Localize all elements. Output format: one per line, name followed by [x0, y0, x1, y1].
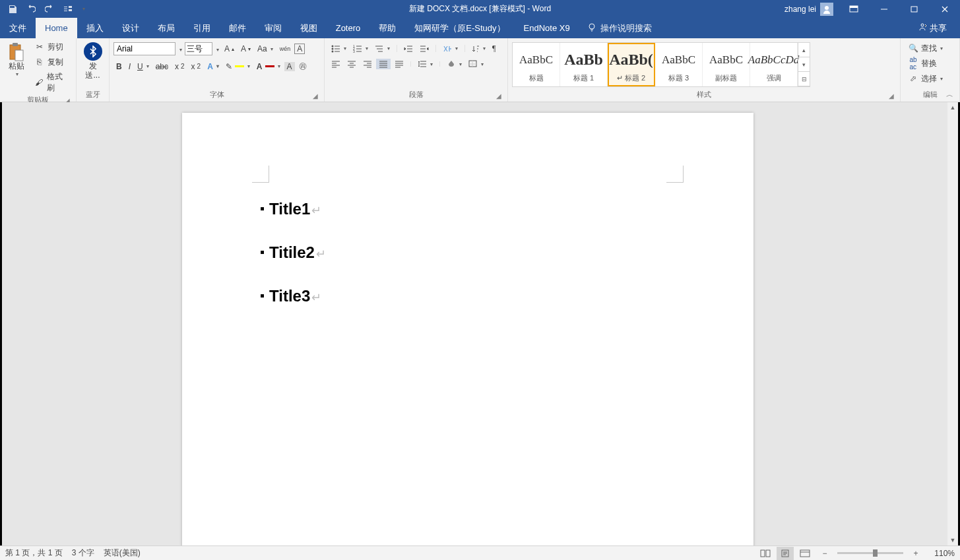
multilevel-list-button[interactable]	[372, 44, 393, 54]
shrink-font-button[interactable]: A▾	[238, 43, 253, 55]
tab-references[interactable]: 引用	[184, 18, 220, 38]
tab-help[interactable]: 帮助	[369, 18, 405, 38]
account-name[interactable]: zhang lei	[779, 3, 839, 16]
font-size-dropdown[interactable]	[214, 44, 220, 53]
zoom-in-button[interactable]: +	[907, 547, 924, 560]
tab-design[interactable]: 设计	[113, 18, 148, 38]
style-强调[interactable]: AaBbCcDd强调	[750, 43, 798, 86]
align-right-button[interactable]	[360, 59, 375, 69]
style-标题[interactable]: AaBbC标题	[513, 43, 560, 86]
web-layout-button[interactable]	[796, 547, 814, 560]
text-effects-button[interactable]: A	[205, 61, 222, 73]
font-color-button[interactable]: A	[254, 61, 283, 73]
page-indicator[interactable]: 第 1 页，共 1 页	[5, 547, 63, 559]
save-icon[interactable]	[4, 1, 21, 18]
tab-view[interactable]: 视图	[291, 18, 327, 38]
redo-icon[interactable]	[41, 1, 58, 18]
zoom-level[interactable]: 110%	[928, 549, 955, 558]
gallery-scroll[interactable]: ▾	[798, 57, 810, 72]
read-mode-button[interactable]	[757, 547, 774, 560]
align-left-button[interactable]	[329, 59, 343, 69]
scroll-up-button[interactable]: ▲	[947, 102, 958, 113]
show-marks-button[interactable]: ¶	[490, 42, 498, 55]
bold-button[interactable]: B	[113, 61, 125, 73]
char-shading-button[interactable]: A	[284, 62, 295, 71]
page[interactable]: ▪Title1↵▪Titile2↵▪Title3↵	[182, 113, 753, 545]
decrease-indent-button[interactable]	[401, 44, 416, 54]
print-layout-button[interactable]	[777, 547, 794, 560]
heading-paragraph[interactable]: ▪Title3↵	[260, 287, 676, 305]
maximize-button[interactable]	[899, 0, 930, 18]
document-area[interactable]: ▪Title1↵▪Titile2↵▪Title3↵	[2, 102, 947, 545]
borders-button[interactable]	[466, 59, 486, 69]
scroll-down-button[interactable]: ▼	[947, 535, 958, 545]
style-标题2[interactable]: AaBb(↵ 标题 2	[608, 43, 655, 86]
find-button[interactable]: 🔍查找	[905, 41, 952, 55]
font-dialog-launcher[interactable]: ◢	[311, 91, 320, 100]
style-标题1[interactable]: AaBb标题 1	[560, 43, 608, 86]
font-size-input[interactable]	[185, 42, 212, 55]
close-button[interactable]	[930, 0, 960, 18]
gallery-scroll[interactable]: ⊟	[798, 72, 810, 86]
paragraph-dialog-launcher[interactable]: ◢	[494, 91, 503, 100]
increase-indent-button[interactable]	[417, 44, 432, 54]
enclose-char-button[interactable]: ㊃	[296, 59, 309, 73]
superscript-button[interactable]: x2	[189, 61, 204, 73]
bluetooth-send-button[interactable]: 发送...	[80, 40, 105, 83]
line-spacing-button[interactable]	[415, 59, 435, 69]
replace-button[interactable]: abac替换	[905, 56, 952, 71]
style-标题3[interactable]: AaBbC标题 3	[655, 43, 703, 86]
tell-me-search[interactable]: 操作说明搜索	[579, 18, 660, 38]
zoom-thumb[interactable]	[873, 549, 878, 557]
zoom-out-button[interactable]: −	[816, 547, 833, 560]
tab-endnote[interactable]: EndNote X9	[515, 18, 579, 38]
font-name-dropdown[interactable]	[177, 44, 183, 53]
select-button[interactable]: ⬀选择	[905, 71, 952, 86]
qat-item-icon[interactable]	[59, 1, 77, 18]
phonetic-guide-button[interactable]: wén	[277, 44, 294, 53]
highlight-button[interactable]: ✎	[223, 61, 253, 73]
vertical-scrollbar[interactable]: ▲ ▼	[947, 102, 958, 545]
word-count[interactable]: 3 个字	[72, 547, 94, 559]
format-painter-button[interactable]: 🖌格式刷	[31, 70, 72, 95]
numbering-button[interactable]: 123	[350, 44, 371, 54]
italic-button[interactable]: I	[126, 61, 133, 73]
tab-cnki[interactable]: 知网研学（原E-Study）	[405, 18, 514, 38]
styles-dialog-launcher[interactable]: ◢	[887, 91, 896, 100]
style-副标题[interactable]: AaBbC副标题	[703, 43, 750, 86]
qat-customize-icon[interactable]	[78, 1, 88, 18]
tab-file[interactable]: 文件	[0, 18, 36, 38]
tab-mailings[interactable]: 邮件	[220, 18, 255, 38]
cut-button[interactable]: ✂剪切	[31, 40, 72, 54]
tab-home[interactable]: Home	[36, 18, 77, 38]
font-name-input[interactable]	[113, 42, 176, 55]
grow-font-button[interactable]: A▴	[222, 43, 237, 55]
tab-zotero[interactable]: Zotero	[327, 18, 370, 38]
strikethrough-button[interactable]: abc	[153, 61, 171, 73]
align-justify-button[interactable]	[376, 59, 391, 69]
copy-button[interactable]: ⎘复制	[31, 55, 72, 69]
subscript-button[interactable]: x2	[172, 61, 187, 73]
tab-layout[interactable]: 布局	[148, 18, 184, 38]
sort-button[interactable]	[469, 44, 488, 54]
align-center-button[interactable]	[344, 59, 359, 69]
share-button[interactable]: 共享	[911, 18, 953, 38]
shading-button[interactable]	[444, 59, 464, 69]
tab-review[interactable]: 审阅	[255, 18, 291, 38]
bullets-button[interactable]	[329, 44, 349, 54]
tab-insert[interactable]: 插入	[77, 18, 113, 38]
language-indicator[interactable]: 英语(美国)	[104, 547, 141, 559]
page-content[interactable]: ▪Title1↵▪Titile2↵▪Title3↵	[260, 200, 676, 330]
ribbon-display-options-icon[interactable]	[839, 0, 869, 18]
undo-icon[interactable]	[22, 1, 40, 18]
paste-button[interactable]: 粘贴	[4, 40, 30, 80]
underline-button[interactable]: U	[135, 61, 152, 73]
change-case-button[interactable]: Aa	[255, 43, 276, 55]
char-border-button[interactable]: A	[294, 44, 305, 54]
heading-paragraph[interactable]: ▪Titile2↵	[260, 243, 676, 262]
minimize-button[interactable]	[869, 0, 899, 18]
gallery-scroll[interactable]: ▴	[798, 43, 810, 57]
align-distribute-button[interactable]	[392, 59, 406, 69]
asian-layout-button[interactable]	[440, 44, 461, 54]
zoom-slider[interactable]	[837, 552, 903, 554]
